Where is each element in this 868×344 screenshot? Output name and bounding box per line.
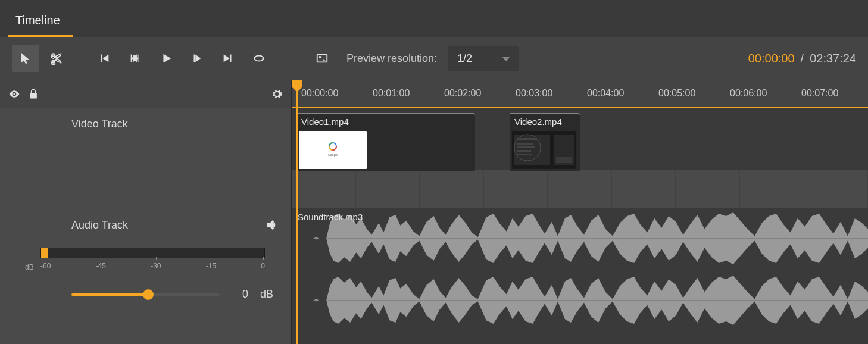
gear-icon[interactable] [271,88,283,100]
ruler-tick: 00:05:00 [658,88,695,99]
play-icon [160,52,173,65]
play-button[interactable] [152,45,180,72]
video-clip-2-thumbnail [512,131,576,169]
timecode-separator: / [801,52,804,65]
tab-timeline[interactable]: Timeline [8,3,73,37]
screen-icon [316,52,329,65]
ruler-tick: 00:04:00 [587,88,624,99]
db-tick: -15 [206,262,216,270]
preview-resolution-value: 1/2 [457,52,472,64]
video-clip-1-label: Video1.mp4 [296,114,475,129]
selection-tool-button[interactable] [12,45,39,72]
svg-rect-6 [194,55,195,62]
svg-rect-16 [517,138,537,140]
loop-icon [252,52,266,65]
loop-button[interactable] [245,45,273,72]
ruler-tick: 00:07:00 [801,88,838,99]
audio-meter [40,248,265,258]
video-clip-2-label: Video2.mp4 [510,114,580,129]
video-clip-1[interactable]: Video1.mp4 Google [296,113,475,171]
audio-clip-label: Soundtrack.mp3 [298,212,363,222]
video-clip-1-thumbnail: Google [299,131,367,169]
svg-rect-18 [517,146,535,148]
audio-waveform-channel-2 [295,273,868,327]
volume-unit: dB [260,288,273,301]
volume-slider-thumb[interactable] [143,289,154,300]
svg-rect-5 [138,55,139,62]
ruler-tick: 00:01:00 [373,88,410,99]
ruler-tick: 00:06:00 [730,88,767,99]
db-tick: -30 [151,262,161,270]
volume-slider-fill [71,293,148,296]
step-forward-button[interactable] [183,45,211,72]
tab-bar: Timeline [0,0,868,37]
tracks-area: 00:00:00 00:01:00 00:02:00 00:03:00 00:0… [292,80,868,344]
volume-value: 0 [232,288,248,301]
audio-track-panel: Audio Track dB -60 -45 -30 -15 0 [0,208,291,344]
db-tick: -60 [40,262,51,270]
volume-slider[interactable] [71,293,220,296]
ruler-tick: 00:03:00 [516,88,552,99]
skip-end-icon [221,52,235,65]
svg-rect-17 [517,143,533,145]
ruler-tick: 00:02:00 [444,88,481,99]
audio-track-label: Audio Track [71,219,128,232]
timeline-main: Video Track Audio Track dB -60 -45 -30 -… [0,80,868,344]
video-track-panel: Video Track [0,108,291,208]
audio-track-lane[interactable]: Soundtrack.mp3 [292,208,868,344]
svg-rect-19 [517,150,531,152]
skip-start-button[interactable] [90,45,118,72]
preview-resolution-label: Preview resolution: [346,52,437,65]
cut-tool-button[interactable] [43,45,70,72]
step-forward-icon [191,52,204,65]
playhead[interactable] [296,80,298,344]
svg-rect-20 [517,154,532,155]
skip-end-button[interactable] [214,45,242,72]
timecode-display: 00:00:00 / 02:37:24 [748,52,856,65]
video-track-lane[interactable]: Video1.mp4 Google Video2.mp4 [292,108,868,208]
time-ruler[interactable]: 00:00:00 00:01:00 00:02:00 00:03:00 00:0… [292,80,868,108]
track-sidebar: Video Track Audio Track dB -60 -45 -30 -… [0,80,292,344]
svg-rect-22 [556,157,572,163]
step-back-button[interactable] [121,45,149,72]
track-header-row [0,80,291,108]
timecode-total: 02:37:24 [810,52,856,65]
db-tick: 0 [261,262,265,270]
preview-resolution-icon-button[interactable] [308,45,336,72]
lock-icon[interactable] [27,88,39,100]
db-tick: -45 [96,262,106,270]
preview-resolution-select[interactable]: 1/2 [448,46,519,71]
cursor-icon [19,52,32,65]
audio-meter-fill [41,248,48,258]
video-clip-2[interactable]: Video2.mp4 [510,113,580,171]
skip-start-icon [98,52,111,65]
svg-rect-7 [317,55,327,62]
video-track-label: Video Track [71,118,279,130]
scissors-icon [50,52,63,65]
audio-meter-ticks: -60 -45 -30 -15 0 [40,262,265,270]
eye-icon[interactable] [8,88,20,100]
toolbar: Preview resolution: 1/2 00:00:00 / 02:37… [0,37,868,80]
audio-waveform-channel-1 [295,211,868,265]
svg-text:Google: Google [328,153,338,157]
db-prefix-label: dB [25,263,34,271]
speaker-icon[interactable] [265,218,279,232]
timecode-current: 00:00:00 [748,52,795,65]
ruler-tick: 00:00:00 [301,88,338,99]
